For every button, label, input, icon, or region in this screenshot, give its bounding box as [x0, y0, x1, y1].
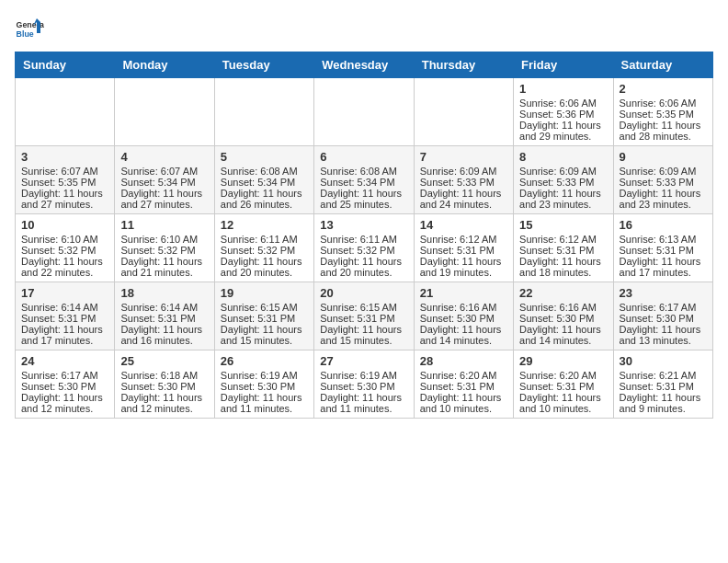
- day-info: Sunrise: 6:19 AM Sunset: 5:30 PM Dayligh…: [320, 370, 407, 414]
- day-info: Sunrise: 6:14 AM Sunset: 5:31 PM Dayligh…: [120, 302, 208, 346]
- calendar-cell: 15Sunrise: 6:12 AM Sunset: 5:31 PM Dayli…: [514, 214, 613, 282]
- calendar-cell: 5Sunrise: 6:08 AM Sunset: 5:34 PM Daylig…: [214, 146, 313, 214]
- day-info: Sunrise: 6:20 AM Sunset: 5:31 PM Dayligh…: [420, 370, 507, 414]
- day-number: 28: [420, 354, 507, 368]
- calendar-cell: 17Sunrise: 6:14 AM Sunset: 5:31 PM Dayli…: [16, 282, 115, 350]
- calendar-cell: [314, 78, 414, 146]
- logo: General Blue: [15, 15, 44, 44]
- day-number: 5: [221, 150, 308, 164]
- calendar-cell: 22Sunrise: 6:16 AM Sunset: 5:30 PM Dayli…: [514, 282, 613, 350]
- day-number: 1: [519, 82, 607, 96]
- calendar-cell: 1Sunrise: 6:06 AM Sunset: 5:36 PM Daylig…: [514, 78, 613, 146]
- calendar-cell: 26Sunrise: 6:19 AM Sunset: 5:30 PM Dayli…: [214, 350, 313, 419]
- calendar-cell: 3Sunrise: 6:07 AM Sunset: 5:35 PM Daylig…: [16, 146, 115, 214]
- day-info: Sunrise: 6:09 AM Sunset: 5:33 PM Dayligh…: [420, 166, 507, 210]
- calendar-cell: 20Sunrise: 6:15 AM Sunset: 5:31 PM Dayli…: [314, 282, 414, 350]
- calendar-cell: 16Sunrise: 6:13 AM Sunset: 5:31 PM Dayli…: [613, 214, 712, 282]
- day-info: Sunrise: 6:11 AM Sunset: 5:32 PM Dayligh…: [221, 234, 308, 278]
- calendar-week-row: 24Sunrise: 6:17 AM Sunset: 5:30 PM Dayli…: [16, 350, 713, 419]
- day-info: Sunrise: 6:20 AM Sunset: 5:31 PM Dayligh…: [519, 370, 607, 414]
- day-info: Sunrise: 6:18 AM Sunset: 5:30 PM Dayligh…: [120, 370, 208, 414]
- day-number: 23: [620, 286, 707, 300]
- logo-icon: General Blue: [15, 15, 44, 44]
- weekday-header-saturday: Saturday: [613, 52, 712, 78]
- day-number: 24: [21, 354, 108, 368]
- day-info: Sunrise: 6:21 AM Sunset: 5:31 PM Dayligh…: [620, 370, 707, 414]
- calendar-cell: 19Sunrise: 6:15 AM Sunset: 5:31 PM Dayli…: [214, 282, 313, 350]
- day-number: 3: [21, 150, 108, 164]
- day-number: 7: [420, 150, 507, 164]
- calendar-cell: 27Sunrise: 6:19 AM Sunset: 5:30 PM Dayli…: [314, 350, 414, 419]
- calendar-cell: 11Sunrise: 6:10 AM Sunset: 5:32 PM Dayli…: [115, 214, 214, 282]
- day-info: Sunrise: 6:15 AM Sunset: 5:31 PM Dayligh…: [320, 302, 407, 346]
- weekday-header-sunday: Sunday: [16, 52, 115, 78]
- calendar-cell: 29Sunrise: 6:20 AM Sunset: 5:31 PM Dayli…: [514, 350, 613, 419]
- calendar-cell: 2Sunrise: 6:06 AM Sunset: 5:35 PM Daylig…: [613, 78, 712, 146]
- day-info: Sunrise: 6:07 AM Sunset: 5:34 PM Dayligh…: [120, 166, 208, 210]
- day-info: Sunrise: 6:15 AM Sunset: 5:31 PM Dayligh…: [221, 302, 308, 346]
- calendar-cell: 18Sunrise: 6:14 AM Sunset: 5:31 PM Dayli…: [115, 282, 214, 350]
- day-number: 25: [120, 354, 208, 368]
- calendar-cell: [214, 78, 313, 146]
- day-number: 19: [221, 286, 308, 300]
- day-number: 8: [519, 150, 607, 164]
- day-number: 27: [320, 354, 407, 368]
- day-number: 29: [519, 354, 607, 368]
- calendar-cell: 24Sunrise: 6:17 AM Sunset: 5:30 PM Dayli…: [16, 350, 115, 419]
- day-info: Sunrise: 6:09 AM Sunset: 5:33 PM Dayligh…: [519, 166, 607, 210]
- day-info: Sunrise: 6:17 AM Sunset: 5:30 PM Dayligh…: [21, 370, 108, 414]
- day-info: Sunrise: 6:08 AM Sunset: 5:34 PM Dayligh…: [221, 166, 308, 210]
- day-number: 12: [221, 218, 308, 232]
- weekday-header-monday: Monday: [115, 52, 214, 78]
- calendar-cell: 25Sunrise: 6:18 AM Sunset: 5:30 PM Dayli…: [115, 350, 214, 419]
- calendar-table: SundayMondayTuesdayWednesdayThursdayFrid…: [15, 52, 713, 419]
- calendar-cell: 6Sunrise: 6:08 AM Sunset: 5:34 PM Daylig…: [314, 146, 414, 214]
- calendar-cell: 7Sunrise: 6:09 AM Sunset: 5:33 PM Daylig…: [414, 146, 513, 214]
- calendar-cell: 23Sunrise: 6:17 AM Sunset: 5:30 PM Dayli…: [613, 282, 712, 350]
- weekday-header-wednesday: Wednesday: [314, 52, 414, 78]
- day-number: 13: [320, 218, 407, 232]
- day-number: 30: [620, 354, 707, 368]
- day-info: Sunrise: 6:10 AM Sunset: 5:32 PM Dayligh…: [21, 234, 108, 278]
- calendar-cell: 12Sunrise: 6:11 AM Sunset: 5:32 PM Dayli…: [214, 214, 313, 282]
- calendar-week-row: 1Sunrise: 6:06 AM Sunset: 5:36 PM Daylig…: [16, 78, 713, 146]
- day-number: 17: [21, 286, 108, 300]
- day-number: 16: [620, 218, 707, 232]
- day-number: 11: [120, 218, 208, 232]
- calendar-cell: 21Sunrise: 6:16 AM Sunset: 5:30 PM Dayli…: [414, 282, 513, 350]
- day-info: Sunrise: 6:12 AM Sunset: 5:31 PM Dayligh…: [519, 234, 607, 278]
- weekday-header-tuesday: Tuesday: [214, 52, 313, 78]
- calendar-cell: 30Sunrise: 6:21 AM Sunset: 5:31 PM Dayli…: [613, 350, 712, 419]
- day-number: 2: [620, 82, 707, 96]
- day-number: 15: [519, 218, 607, 232]
- day-number: 9: [620, 150, 707, 164]
- calendar-cell: 4Sunrise: 6:07 AM Sunset: 5:34 PM Daylig…: [115, 146, 214, 214]
- calendar-cell: 13Sunrise: 6:11 AM Sunset: 5:32 PM Dayli…: [314, 214, 414, 282]
- calendar-week-row: 10Sunrise: 6:10 AM Sunset: 5:32 PM Dayli…: [16, 214, 713, 282]
- calendar-week-row: 3Sunrise: 6:07 AM Sunset: 5:35 PM Daylig…: [16, 146, 713, 214]
- day-info: Sunrise: 6:16 AM Sunset: 5:30 PM Dayligh…: [420, 302, 507, 346]
- calendar-cell: 10Sunrise: 6:10 AM Sunset: 5:32 PM Dayli…: [16, 214, 115, 282]
- day-info: Sunrise: 6:14 AM Sunset: 5:31 PM Dayligh…: [21, 302, 108, 346]
- day-info: Sunrise: 6:08 AM Sunset: 5:34 PM Dayligh…: [320, 166, 407, 210]
- calendar-cell: 14Sunrise: 6:12 AM Sunset: 5:31 PM Dayli…: [414, 214, 513, 282]
- calendar-cell: [115, 78, 214, 146]
- day-info: Sunrise: 6:06 AM Sunset: 5:35 PM Dayligh…: [620, 98, 707, 142]
- calendar-week-row: 17Sunrise: 6:14 AM Sunset: 5:31 PM Dayli…: [16, 282, 713, 350]
- day-info: Sunrise: 6:19 AM Sunset: 5:30 PM Dayligh…: [221, 370, 308, 414]
- calendar-header-row: SundayMondayTuesdayWednesdayThursdayFrid…: [16, 52, 713, 78]
- day-info: Sunrise: 6:07 AM Sunset: 5:35 PM Dayligh…: [21, 166, 108, 210]
- calendar-cell: 28Sunrise: 6:20 AM Sunset: 5:31 PM Dayli…: [414, 350, 513, 419]
- day-number: 14: [420, 218, 507, 232]
- day-info: Sunrise: 6:16 AM Sunset: 5:30 PM Dayligh…: [519, 302, 607, 346]
- day-info: Sunrise: 6:06 AM Sunset: 5:36 PM Dayligh…: [519, 98, 607, 142]
- day-number: 10: [21, 218, 108, 232]
- calendar-cell: 8Sunrise: 6:09 AM Sunset: 5:33 PM Daylig…: [514, 146, 613, 214]
- day-number: 22: [519, 286, 607, 300]
- weekday-header-friday: Friday: [514, 52, 613, 78]
- day-number: 26: [221, 354, 308, 368]
- day-number: 4: [120, 150, 208, 164]
- calendar-cell: [414, 78, 513, 146]
- page-header: General Blue: [15, 15, 713, 44]
- calendar-cell: 9Sunrise: 6:09 AM Sunset: 5:33 PM Daylig…: [613, 146, 712, 214]
